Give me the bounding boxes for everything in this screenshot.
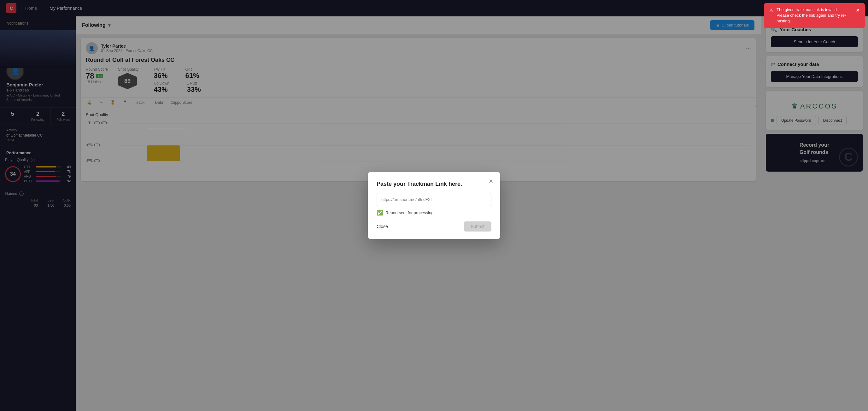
- trackman-modal: Paste your Trackman Link here. ✕ ✅ Repor…: [368, 172, 500, 239]
- error-toast: ⚠ The given trackman link is invalid. Pl…: [764, 3, 865, 28]
- modal-close-button[interactable]: Close: [377, 222, 388, 231]
- trackman-link-input[interactable]: [377, 193, 491, 206]
- modal-footer: Close Submit: [377, 221, 491, 231]
- warning-icon: ⚠: [769, 7, 773, 14]
- toast-close-button[interactable]: ✕: [856, 7, 860, 14]
- modal-overlay[interactable]: Paste your Trackman Link here. ✕ ✅ Repor…: [0, 0, 868, 411]
- check-circle-icon: ✅: [377, 210, 383, 216]
- modal-close-x[interactable]: ✕: [486, 177, 495, 186]
- modal-title: Paste your Trackman Link here.: [377, 181, 491, 187]
- success-message: ✅ Report sent for processing: [377, 210, 491, 216]
- modal-submit-button[interactable]: Submit: [464, 221, 491, 231]
- toast-message: The given trackman link is invalid. Plea…: [777, 7, 850, 24]
